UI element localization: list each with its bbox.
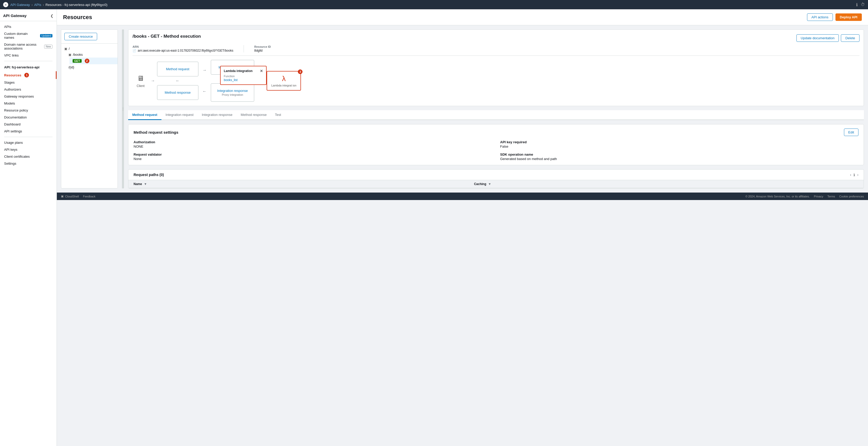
lambda-popup: Lambda integration ✕ Function books_list <box>220 66 267 85</box>
copyright: © 2024, Amazon Web Services, Inc. or its… <box>745 195 810 198</box>
footer: ▣ CloudShell Feedback © 2024, Amazon Web… <box>57 193 868 200</box>
tab-method-response[interactable]: Method response <box>237 110 271 120</box>
breadcrumb-apis[interactable]: APIs <box>34 3 41 7</box>
sidebar-item-usage-plans[interactable]: Usage plans <box>0 139 57 146</box>
folder-icon-books: ▣ <box>68 53 71 57</box>
flow-method-col: Method request ← Method response <box>157 62 198 100</box>
sort-icon-name[interactable]: ▼ <box>144 182 147 186</box>
get-method-badge: GET <box>72 59 82 63</box>
lambda-label: Lambda integrat ion <box>271 84 296 87</box>
update-docs-button[interactable]: Update documentation <box>797 34 839 42</box>
client-label: Client <box>137 84 145 88</box>
new-badge: New <box>44 45 53 48</box>
folder-icon-root: ▣ <box>64 47 67 50</box>
settings-icon[interactable]: ⏱ <box>861 2 865 7</box>
help-icon[interactable]: ℹ <box>856 2 858 7</box>
breadcrumb: API Gateway › APIs › Resources - fcj-ser… <box>10 3 107 7</box>
col-name: Name ▼ <box>128 180 469 188</box>
paths-count: (0) <box>159 173 164 177</box>
popup-close-button[interactable]: ✕ <box>260 69 263 73</box>
menu-icon[interactable]: ≡ <box>3 2 8 7</box>
sidebar-item-stages[interactable]: Stages <box>0 79 57 86</box>
client-computer-icon: 🖥 <box>137 74 144 82</box>
meta-resource-id: Resource ID 8dglld <box>254 45 271 53</box>
terms-link[interactable]: Terms <box>828 195 835 198</box>
sidebar-item-apis[interactable]: APIs <box>0 23 57 30</box>
footer-left: ▣ CloudShell Feedback <box>61 195 96 198</box>
resource-id-value: 8dglld <box>254 49 271 53</box>
sdk-operation-label: SDK operation name <box>500 152 859 157</box>
sidebar-item-api-keys[interactable]: API keys <box>0 146 57 153</box>
topbar-left: ≡ API Gateway › APIs › Resources - fcj-s… <box>3 2 107 7</box>
sidebar-item-domain-access[interactable]: Domain name access associations New <box>0 41 57 52</box>
flow-diagram: 🖥 Client → Method request ← Method respo… <box>132 60 860 102</box>
topbar: ≡ API Gateway › APIs › Resources - fcj-s… <box>0 0 868 9</box>
method-response-link[interactable]: Method response <box>164 91 190 95</box>
privacy-link[interactable]: Privacy <box>814 195 823 198</box>
sort-icon-caching[interactable]: ▼ <box>488 182 491 186</box>
flow-integration-response[interactable]: Integration response Proxy integration <box>211 83 254 102</box>
flow-arrow-2: → <box>200 68 209 72</box>
tab-integration-request[interactable]: Integration request <box>161 110 197 120</box>
prev-page-button[interactable]: ‹ <box>850 173 851 177</box>
field-api-key: API key required False <box>500 140 859 148</box>
api-key-label: API key required <box>500 140 859 144</box>
panel-resizer[interactable] <box>122 29 124 188</box>
method-request-link[interactable]: Method request <box>166 67 189 71</box>
sidebar-item-models[interactable]: Models <box>0 100 57 107</box>
sidebar-item-dashboard[interactable]: Dashboard <box>0 121 57 128</box>
tree-item-get[interactable]: GET 2 <box>69 58 118 64</box>
flow-lambda-container: λ Lambda integrat ion 3 Lambda integrati… <box>267 71 301 91</box>
sidebar-item-resources[interactable]: Resources 1 <box>0 71 57 79</box>
next-page-button[interactable]: › <box>857 173 859 177</box>
sidebar-item-custom-domain[interactable]: Custom domain names Updated <box>0 30 57 41</box>
deploy-api-button[interactable]: Deploy API <box>835 13 862 21</box>
footer-right: © 2024, Amazon Web Services, Inc. or its… <box>745 195 864 198</box>
api-actions-button[interactable]: API actions <box>807 13 833 21</box>
flow-lambda[interactable]: λ Lambda integrat ion 3 <box>267 71 301 91</box>
breadcrumb-api-gateway[interactable]: API Gateway <box>10 3 30 7</box>
sidebar-item-api-settings[interactable]: API settings <box>0 128 57 135</box>
flow-arrow-1: → <box>149 78 157 83</box>
popup-function-link[interactable]: books_list <box>224 78 238 82</box>
feedback-link[interactable]: Feedback <box>83 195 95 198</box>
tree-item-root[interactable]: ▣ / <box>61 46 118 52</box>
proxy-integration-label: Proxy integration <box>222 93 243 96</box>
api-key-value: False <box>500 144 859 148</box>
page-number: 1 <box>853 173 855 177</box>
settings-header: Method request settings Edit <box>133 129 859 136</box>
tab-method-request[interactable]: Method request <box>128 110 161 120</box>
execution-meta: ARN 📄 arn:aws:execute-api:us-east-1:0178… <box>132 45 860 56</box>
cookie-prefs-link[interactable]: Cookie preferences <box>839 195 864 198</box>
sidebar-item-authorizers[interactable]: Authorizers <box>0 86 57 93</box>
method-tabs: Method request Integration request Integ… <box>128 110 864 120</box>
cloudshell-button[interactable]: ▣ CloudShell <box>61 195 79 198</box>
resource-panel: Create resource ▣ / ▣ /books GET 2 <box>61 29 118 188</box>
flow-method-response[interactable]: Method response <box>157 85 198 100</box>
create-resource-button[interactable]: Create resource <box>64 33 97 40</box>
sidebar-collapse-button[interactable]: ❮ <box>51 14 54 18</box>
popup-function-label: Function <box>224 75 263 78</box>
sidebar-item-client-certs[interactable]: Client certificates <box>0 153 57 160</box>
sidebar-item-vpc-links[interactable]: VPC links <box>0 52 57 59</box>
integration-response-link[interactable]: Integration response <box>217 89 248 93</box>
resource-tree: ▣ / ▣ /books GET 2 /{id} <box>61 44 118 72</box>
edit-button[interactable]: Edit <box>844 129 859 136</box>
field-request-validator: Request validator None <box>133 152 492 161</box>
sidebar-item-settings[interactable]: Settings <box>0 160 57 167</box>
pagination: ‹ 1 › <box>850 173 859 177</box>
tree-item-id[interactable]: /{id} <box>65 64 118 70</box>
sidebar-item-resource-policy[interactable]: Resource policy <box>0 107 57 114</box>
tab-integration-response[interactable]: Integration response <box>197 110 237 120</box>
field-sdk-operation: SDK operation name Generated based on me… <box>500 152 859 161</box>
flow-method-request[interactable]: Method request <box>157 62 198 76</box>
request-paths-box: Request paths (0) ‹ 1 › <box>128 169 864 188</box>
delete-button[interactable]: Delete <box>841 34 860 42</box>
settings-box: Method request settings Edit Authorizati… <box>128 124 864 165</box>
tree-item-books[interactable]: ▣ /books <box>65 52 118 58</box>
page-title: Resources <box>63 14 92 21</box>
sidebar-item-gateway-responses[interactable]: Gateway responses <box>0 93 57 100</box>
main-header: Resources API actions Deploy API <box>57 9 868 25</box>
tab-test[interactable]: Test <box>271 110 285 120</box>
sidebar-item-documentation[interactable]: Documentation <box>0 114 57 121</box>
